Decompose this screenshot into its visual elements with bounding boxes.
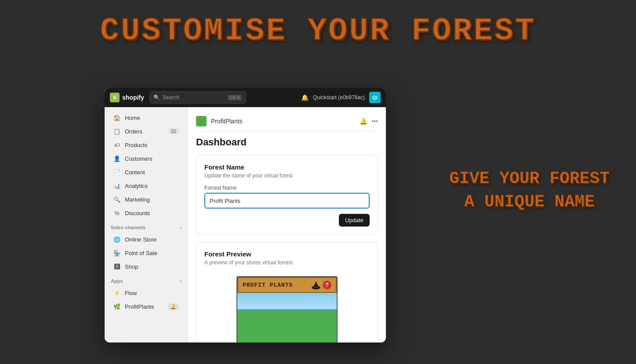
analytics-icon: 📊 [113,182,120,189]
sidebar-item-marketing[interactable]: 🔍 Marketing [107,193,185,206]
profitplants-icon: 🌿 [113,303,120,310]
more-icon[interactable]: ••• [371,118,378,125]
sidebar-item-label: Analytics [125,183,148,189]
page-content: 🌿 ProfitPlants 🔔 ••• Dashboard Forest Na… [188,107,386,342]
update-button[interactable]: Update [339,214,370,227]
app-name: ProfitPlants [211,118,355,125]
forest-preview-container: PROFIT PLANTS [204,272,370,342]
sidebar-item-products[interactable]: 🏷 Products [107,138,185,151]
orders-badge: 32 [168,128,179,134]
shopify-window: S shopify 🔍 Search Ctrl K 🔔 Quickstart (… [105,88,386,342]
svg-point-1 [315,281,317,283]
search-shortcut: Ctrl K [228,95,242,101]
expand-icon[interactable]: › [180,224,182,231]
sidebar-item-label: Orders [125,128,142,135]
store-name: Quickstart (e0b978ac) [313,94,365,101]
topbar-right: 🔔 Quickstart (e0b978ac) QI [301,92,381,103]
sidebar-item-flow[interactable]: ⚡ Flow [107,286,185,299]
sidebar-item-customers[interactable]: 👤 Customers [107,152,185,165]
apps-section: Apps › [105,274,188,286]
shopify-logo-text: shopify [122,94,144,101]
forest-sky [237,293,337,310]
shopify-logo-icon: S [110,93,120,102]
page-icons: 🔔 ••• [360,118,378,125]
sidebar-item-label: Flow [125,290,137,296]
hat-icon [311,281,321,289]
sidebar-item-label: Point of Sale [125,250,157,256]
forest-name-subtitle: Update the name of your virtual forest [204,173,370,179]
forest-preview-subtitle: A preview of your stores virtual forrest [204,259,370,266]
sidebar-item-discounts[interactable]: % Discounts [107,206,185,220]
shopify-logo: S shopify [110,93,144,102]
search-bar[interactable]: 🔍 Search Ctrl K [149,91,246,104]
apps-label: Apps [111,278,123,284]
right-side-text: GIVE YOUR FOREST A UNIQUE NAME [449,167,610,213]
sidebar-item-profitplants[interactable]: 🌿 ProfitPlants 🔔 [107,300,185,313]
svg-rect-2 [313,287,319,288]
settings-icon[interactable]: 🔔 [360,118,367,125]
forest-name-title: Forest Name [204,163,370,171]
home-icon: 🏠 [113,114,120,121]
discounts-icon: % [113,209,120,216]
forest-preview-card: Forest Preview A preview of your stores … [196,242,378,342]
sidebar-item-label: Discounts [125,210,150,216]
marketing-icon: 🔍 [113,196,120,203]
search-placeholder-text: Search [163,94,179,101]
avatar-button[interactable]: QI [369,92,381,103]
online-store-icon: 🌐 [113,236,120,243]
sidebar: 🏠 Home 📋 Orders 32 🏷 Products 👤 Customer… [105,107,188,342]
sidebar-item-home[interactable]: 🏠 Home [107,111,185,124]
sidebar-item-label: Online Store [125,236,156,243]
sales-channels-section: Sales channels › [105,220,188,232]
customers-icon: 👤 [113,155,120,162]
sidebar-item-label: Marketing [125,196,150,203]
forrest-name-label: Forrest Name [204,185,370,191]
sidebar-item-analytics[interactable]: 📊 Analytics [107,179,185,192]
sidebar-item-shop[interactable]: 🅱 Shop [107,260,185,273]
forest-game-box: PROFIT PLANTS [236,276,338,342]
products-icon: 🏷 [113,141,120,148]
forest-game-title: PROFIT PLANTS [243,282,293,288]
profitplants-badge: 🔔 [167,303,179,310]
topbar: S shopify 🔍 Search Ctrl K 🔔 Quickstart (… [105,88,386,107]
forrest-name-input[interactable] [204,193,370,209]
pos-icon: 🏪 [113,249,120,256]
app-icon: 🌿 [196,116,207,126]
search-icon: 🔍 [153,94,160,101]
sidebar-item-label: ProfitPlants [125,303,154,310]
forest-ground [237,310,337,342]
main-content: 🏠 Home 📋 Orders 32 🏷 Products 👤 Customer… [105,107,386,342]
sidebar-item-content[interactable]: 📄 Content [107,166,185,179]
sidebar-item-label: Customers [125,155,153,162]
sales-channels-label: Sales channels [111,225,146,230]
content-icon: 📄 [113,169,120,176]
sidebar-item-label: Content [125,169,145,176]
forest-preview-title: Forest Preview [204,250,370,258]
dashboard-title: Dashboard [196,137,378,148]
sidebar-item-online-store[interactable]: 🌐 Online Store [107,233,185,246]
forest-game-header: PROFIT PLANTS [237,277,337,293]
apps-expand-icon[interactable]: › [180,278,182,284]
sidebar-item-label: Shop [125,263,138,270]
main-title: CUSTOMISE YOUR FOREST [0,13,636,49]
forest-header-icons: ? [311,281,331,289]
flow-icon: ⚡ [113,289,120,296]
question-icon[interactable]: ? [323,281,331,289]
app-header: 🌿 ProfitPlants 🔔 ••• [196,116,378,131]
bell-icon[interactable]: 🔔 [301,94,309,101]
sidebar-item-pos[interactable]: 🏪 Point of Sale [107,246,185,259]
shop-icon: 🅱 [113,263,120,270]
orders-icon: 📋 [113,128,120,135]
forest-name-card: Forest Name Update the name of your virt… [196,155,378,235]
sidebar-item-label: Home [125,115,140,121]
sidebar-item-orders[interactable]: 📋 Orders 32 [107,125,185,138]
sidebar-item-label: Products [125,142,147,148]
